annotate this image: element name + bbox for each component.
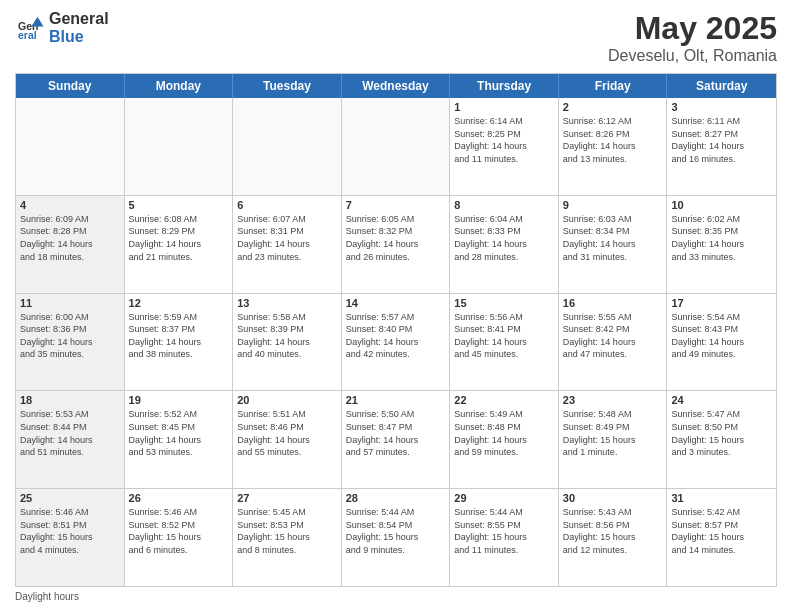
- day-cell-14: 14Sunrise: 5:57 AM Sunset: 8:40 PM Dayli…: [342, 294, 451, 391]
- logo-blue-text: Blue: [49, 28, 109, 46]
- day-number: 17: [671, 297, 772, 309]
- day-info: Sunrise: 6:05 AM Sunset: 8:32 PM Dayligh…: [346, 213, 446, 263]
- day-cell-9: 9Sunrise: 6:03 AM Sunset: 8:34 PM Daylig…: [559, 196, 668, 293]
- day-number: 13: [237, 297, 337, 309]
- day-number: 23: [563, 394, 663, 406]
- day-info: Sunrise: 5:46 AM Sunset: 8:51 PM Dayligh…: [20, 506, 120, 556]
- day-info: Sunrise: 5:47 AM Sunset: 8:50 PM Dayligh…: [671, 408, 772, 458]
- day-number: 31: [671, 492, 772, 504]
- day-cell-2: 2Sunrise: 6:12 AM Sunset: 8:26 PM Daylig…: [559, 98, 668, 195]
- calendar: SundayMondayTuesdayWednesdayThursdayFrid…: [15, 73, 777, 587]
- day-cell-1: 1Sunrise: 6:14 AM Sunset: 8:25 PM Daylig…: [450, 98, 559, 195]
- day-cell-4: 4Sunrise: 6:09 AM Sunset: 8:28 PM Daylig…: [16, 196, 125, 293]
- day-cell-15: 15Sunrise: 5:56 AM Sunset: 8:41 PM Dayli…: [450, 294, 559, 391]
- day-number: 7: [346, 199, 446, 211]
- day-info: Sunrise: 6:04 AM Sunset: 8:33 PM Dayligh…: [454, 213, 554, 263]
- week-row-2: 4Sunrise: 6:09 AM Sunset: 8:28 PM Daylig…: [16, 195, 776, 293]
- day-cell-17: 17Sunrise: 5:54 AM Sunset: 8:43 PM Dayli…: [667, 294, 776, 391]
- day-info: Sunrise: 5:58 AM Sunset: 8:39 PM Dayligh…: [237, 311, 337, 361]
- day-cell-empty-0: [16, 98, 125, 195]
- day-number: 3: [671, 101, 772, 113]
- day-number: 5: [129, 199, 229, 211]
- day-info: Sunrise: 5:44 AM Sunset: 8:54 PM Dayligh…: [346, 506, 446, 556]
- day-info: Sunrise: 5:49 AM Sunset: 8:48 PM Dayligh…: [454, 408, 554, 458]
- day-cell-20: 20Sunrise: 5:51 AM Sunset: 8:46 PM Dayli…: [233, 391, 342, 488]
- day-info: Sunrise: 6:09 AM Sunset: 8:28 PM Dayligh…: [20, 213, 120, 263]
- day-number: 19: [129, 394, 229, 406]
- day-info: Sunrise: 5:48 AM Sunset: 8:49 PM Dayligh…: [563, 408, 663, 458]
- day-cell-empty-1: [125, 98, 234, 195]
- day-info: Sunrise: 5:44 AM Sunset: 8:55 PM Dayligh…: [454, 506, 554, 556]
- day-number: 27: [237, 492, 337, 504]
- day-cell-25: 25Sunrise: 5:46 AM Sunset: 8:51 PM Dayli…: [16, 489, 125, 586]
- day-cell-23: 23Sunrise: 5:48 AM Sunset: 8:49 PM Dayli…: [559, 391, 668, 488]
- day-number: 21: [346, 394, 446, 406]
- day-info: Sunrise: 5:45 AM Sunset: 8:53 PM Dayligh…: [237, 506, 337, 556]
- day-info: Sunrise: 5:56 AM Sunset: 8:41 PM Dayligh…: [454, 311, 554, 361]
- day-number: 30: [563, 492, 663, 504]
- day-cell-27: 27Sunrise: 5:45 AM Sunset: 8:53 PM Dayli…: [233, 489, 342, 586]
- day-info: Sunrise: 5:54 AM Sunset: 8:43 PM Dayligh…: [671, 311, 772, 361]
- day-info: Sunrise: 5:55 AM Sunset: 8:42 PM Dayligh…: [563, 311, 663, 361]
- day-cell-21: 21Sunrise: 5:50 AM Sunset: 8:47 PM Dayli…: [342, 391, 451, 488]
- day-number: 22: [454, 394, 554, 406]
- day-info: Sunrise: 5:57 AM Sunset: 8:40 PM Dayligh…: [346, 311, 446, 361]
- day-header-friday: Friday: [559, 74, 668, 98]
- day-number: 16: [563, 297, 663, 309]
- day-header-sunday: Sunday: [16, 74, 125, 98]
- day-number: 28: [346, 492, 446, 504]
- day-cell-19: 19Sunrise: 5:52 AM Sunset: 8:45 PM Dayli…: [125, 391, 234, 488]
- week-row-4: 18Sunrise: 5:53 AM Sunset: 8:44 PM Dayli…: [16, 390, 776, 488]
- day-cell-30: 30Sunrise: 5:43 AM Sunset: 8:56 PM Dayli…: [559, 489, 668, 586]
- day-header-saturday: Saturday: [667, 74, 776, 98]
- day-info: Sunrise: 6:03 AM Sunset: 8:34 PM Dayligh…: [563, 213, 663, 263]
- logo-general-text: General: [49, 10, 109, 28]
- title-block: May 2025 Deveselu, Olt, Romania: [608, 10, 777, 65]
- week-row-1: 1Sunrise: 6:14 AM Sunset: 8:25 PM Daylig…: [16, 98, 776, 195]
- day-info: Sunrise: 6:07 AM Sunset: 8:31 PM Dayligh…: [237, 213, 337, 263]
- day-info: Sunrise: 5:42 AM Sunset: 8:57 PM Dayligh…: [671, 506, 772, 556]
- title-month: May 2025: [608, 10, 777, 47]
- logo-text: General Blue: [49, 10, 109, 45]
- day-cell-18: 18Sunrise: 5:53 AM Sunset: 8:44 PM Dayli…: [16, 391, 125, 488]
- day-cell-16: 16Sunrise: 5:55 AM Sunset: 8:42 PM Dayli…: [559, 294, 668, 391]
- calendar-body: 1Sunrise: 6:14 AM Sunset: 8:25 PM Daylig…: [16, 98, 776, 586]
- day-info: Sunrise: 6:11 AM Sunset: 8:27 PM Dayligh…: [671, 115, 772, 165]
- day-info: Sunrise: 6:00 AM Sunset: 8:36 PM Dayligh…: [20, 311, 120, 361]
- day-info: Sunrise: 5:52 AM Sunset: 8:45 PM Dayligh…: [129, 408, 229, 458]
- day-cell-3: 3Sunrise: 6:11 AM Sunset: 8:27 PM Daylig…: [667, 98, 776, 195]
- day-number: 14: [346, 297, 446, 309]
- day-info: Sunrise: 6:12 AM Sunset: 8:26 PM Dayligh…: [563, 115, 663, 165]
- day-number: 2: [563, 101, 663, 113]
- day-header-wednesday: Wednesday: [342, 74, 451, 98]
- day-info: Sunrise: 5:43 AM Sunset: 8:56 PM Dayligh…: [563, 506, 663, 556]
- day-info: Sunrise: 5:53 AM Sunset: 8:44 PM Dayligh…: [20, 408, 120, 458]
- day-number: 26: [129, 492, 229, 504]
- day-headers: SundayMondayTuesdayWednesdayThursdayFrid…: [16, 74, 776, 98]
- day-info: Sunrise: 5:46 AM Sunset: 8:52 PM Dayligh…: [129, 506, 229, 556]
- day-number: 15: [454, 297, 554, 309]
- day-header-thursday: Thursday: [450, 74, 559, 98]
- page: Gen eral General Blue May 2025 Deveselu,…: [0, 0, 792, 612]
- week-row-5: 25Sunrise: 5:46 AM Sunset: 8:51 PM Dayli…: [16, 488, 776, 586]
- day-cell-5: 5Sunrise: 6:08 AM Sunset: 8:29 PM Daylig…: [125, 196, 234, 293]
- svg-text:eral: eral: [18, 29, 37, 41]
- day-cell-24: 24Sunrise: 5:47 AM Sunset: 8:50 PM Dayli…: [667, 391, 776, 488]
- header: Gen eral General Blue May 2025 Deveselu,…: [15, 10, 777, 65]
- day-cell-11: 11Sunrise: 6:00 AM Sunset: 8:36 PM Dayli…: [16, 294, 125, 391]
- day-number: 6: [237, 199, 337, 211]
- week-row-3: 11Sunrise: 6:00 AM Sunset: 8:36 PM Dayli…: [16, 293, 776, 391]
- day-info: Sunrise: 6:02 AM Sunset: 8:35 PM Dayligh…: [671, 213, 772, 263]
- day-number: 1: [454, 101, 554, 113]
- day-number: 9: [563, 199, 663, 211]
- day-cell-26: 26Sunrise: 5:46 AM Sunset: 8:52 PM Dayli…: [125, 489, 234, 586]
- day-cell-31: 31Sunrise: 5:42 AM Sunset: 8:57 PM Dayli…: [667, 489, 776, 586]
- day-cell-29: 29Sunrise: 5:44 AM Sunset: 8:55 PM Dayli…: [450, 489, 559, 586]
- day-cell-8: 8Sunrise: 6:04 AM Sunset: 8:33 PM Daylig…: [450, 196, 559, 293]
- day-header-monday: Monday: [125, 74, 234, 98]
- day-cell-12: 12Sunrise: 5:59 AM Sunset: 8:37 PM Dayli…: [125, 294, 234, 391]
- day-info: Sunrise: 6:14 AM Sunset: 8:25 PM Dayligh…: [454, 115, 554, 165]
- day-number: 10: [671, 199, 772, 211]
- day-number: 20: [237, 394, 337, 406]
- day-info: Sunrise: 6:08 AM Sunset: 8:29 PM Dayligh…: [129, 213, 229, 263]
